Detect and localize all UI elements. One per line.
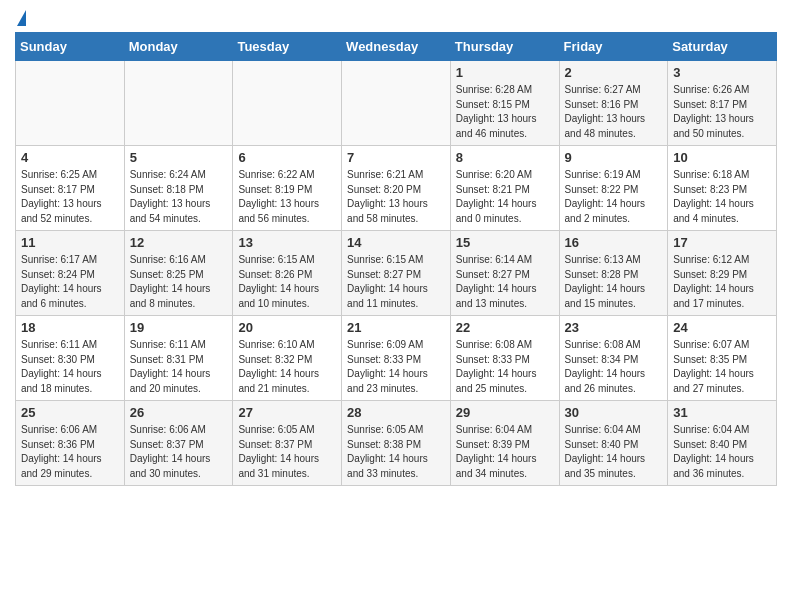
day-info-text: Sunset: 8:27 PM <box>456 268 554 283</box>
calendar-cell <box>342 61 451 146</box>
day-info-text: Sunrise: 6:15 AM <box>347 253 445 268</box>
calendar-cell: 12Sunrise: 6:16 AMSunset: 8:25 PMDayligh… <box>124 231 233 316</box>
day-info-text: Sunrise: 6:13 AM <box>565 253 663 268</box>
calendar-cell: 8Sunrise: 6:20 AMSunset: 8:21 PMDaylight… <box>450 146 559 231</box>
day-number: 19 <box>130 320 228 335</box>
day-info-text: Daylight: 14 hours <box>238 282 336 297</box>
day-number: 29 <box>456 405 554 420</box>
calendar-cell: 31Sunrise: 6:04 AMSunset: 8:40 PMDayligh… <box>668 401 777 486</box>
day-info-text: Daylight: 13 hours <box>456 112 554 127</box>
calendar-week-row: 4Sunrise: 6:25 AMSunset: 8:17 PMDaylight… <box>16 146 777 231</box>
day-number: 25 <box>21 405 119 420</box>
calendar-cell: 26Sunrise: 6:06 AMSunset: 8:37 PMDayligh… <box>124 401 233 486</box>
day-info-text: Sunrise: 6:04 AM <box>565 423 663 438</box>
day-info-text: Sunrise: 6:11 AM <box>21 338 119 353</box>
calendar-cell: 25Sunrise: 6:06 AMSunset: 8:36 PMDayligh… <box>16 401 125 486</box>
day-info-text: Sunset: 8:25 PM <box>130 268 228 283</box>
day-info-text: Sunset: 8:37 PM <box>238 438 336 453</box>
day-info-text: Sunrise: 6:12 AM <box>673 253 771 268</box>
day-info-text: Sunrise: 6:22 AM <box>238 168 336 183</box>
day-info-text: and 10 minutes. <box>238 297 336 312</box>
day-number: 4 <box>21 150 119 165</box>
day-info-text: Sunrise: 6:17 AM <box>21 253 119 268</box>
day-info-text: Daylight: 14 hours <box>130 367 228 382</box>
day-info-text: Sunset: 8:17 PM <box>673 98 771 113</box>
calendar-day-header: Wednesday <box>342 33 451 61</box>
day-info-text: Sunrise: 6:24 AM <box>130 168 228 183</box>
calendar-cell: 18Sunrise: 6:11 AMSunset: 8:30 PMDayligh… <box>16 316 125 401</box>
calendar-cell: 28Sunrise: 6:05 AMSunset: 8:38 PMDayligh… <box>342 401 451 486</box>
logo <box>15 10 26 24</box>
day-info-text: and 56 minutes. <box>238 212 336 227</box>
day-info-text: Sunrise: 6:21 AM <box>347 168 445 183</box>
day-info-text: and 0 minutes. <box>456 212 554 227</box>
day-info-text: Sunrise: 6:08 AM <box>565 338 663 353</box>
day-number: 5 <box>130 150 228 165</box>
day-info-text: Sunrise: 6:20 AM <box>456 168 554 183</box>
day-info-text: and 29 minutes. <box>21 467 119 482</box>
day-info-text: Sunrise: 6:06 AM <box>21 423 119 438</box>
day-info-text: and 13 minutes. <box>456 297 554 312</box>
day-info-text: Sunrise: 6:05 AM <box>238 423 336 438</box>
calendar-cell: 20Sunrise: 6:10 AMSunset: 8:32 PMDayligh… <box>233 316 342 401</box>
day-info-text: and 25 minutes. <box>456 382 554 397</box>
day-info-text: and 52 minutes. <box>21 212 119 227</box>
day-info-text: Sunset: 8:22 PM <box>565 183 663 198</box>
calendar-cell: 5Sunrise: 6:24 AMSunset: 8:18 PMDaylight… <box>124 146 233 231</box>
calendar-week-row: 25Sunrise: 6:06 AMSunset: 8:36 PMDayligh… <box>16 401 777 486</box>
day-info-text: Sunrise: 6:08 AM <box>456 338 554 353</box>
calendar-cell: 27Sunrise: 6:05 AMSunset: 8:37 PMDayligh… <box>233 401 342 486</box>
calendar-cell: 6Sunrise: 6:22 AMSunset: 8:19 PMDaylight… <box>233 146 342 231</box>
day-info-text: and 58 minutes. <box>347 212 445 227</box>
day-info-text: Sunset: 8:27 PM <box>347 268 445 283</box>
day-info-text: and 6 minutes. <box>21 297 119 312</box>
day-info-text: Sunrise: 6:04 AM <box>673 423 771 438</box>
day-info-text: Daylight: 13 hours <box>21 197 119 212</box>
day-info-text: Daylight: 14 hours <box>565 282 663 297</box>
day-info-text: Sunrise: 6:15 AM <box>238 253 336 268</box>
calendar-cell: 17Sunrise: 6:12 AMSunset: 8:29 PMDayligh… <box>668 231 777 316</box>
day-info-text: Sunset: 8:17 PM <box>21 183 119 198</box>
calendar-cell: 30Sunrise: 6:04 AMSunset: 8:40 PMDayligh… <box>559 401 668 486</box>
day-number: 17 <box>673 235 771 250</box>
day-info-text: Daylight: 14 hours <box>456 452 554 467</box>
calendar-week-row: 1Sunrise: 6:28 AMSunset: 8:15 PMDaylight… <box>16 61 777 146</box>
logo-triangle-icon <box>17 10 26 26</box>
day-info-text: Daylight: 14 hours <box>456 367 554 382</box>
day-info-text: and 36 minutes. <box>673 467 771 482</box>
day-info-text: Daylight: 14 hours <box>673 197 771 212</box>
day-info-text: and 17 minutes. <box>673 297 771 312</box>
calendar-cell: 16Sunrise: 6:13 AMSunset: 8:28 PMDayligh… <box>559 231 668 316</box>
day-info-text: Sunrise: 6:28 AM <box>456 83 554 98</box>
day-info-text: Sunset: 8:24 PM <box>21 268 119 283</box>
day-number: 12 <box>130 235 228 250</box>
calendar-cell: 3Sunrise: 6:26 AMSunset: 8:17 PMDaylight… <box>668 61 777 146</box>
day-info-text: and 30 minutes. <box>130 467 228 482</box>
day-info-text: Sunset: 8:15 PM <box>456 98 554 113</box>
day-number: 13 <box>238 235 336 250</box>
calendar-week-row: 18Sunrise: 6:11 AMSunset: 8:30 PMDayligh… <box>16 316 777 401</box>
calendar-day-header: Friday <box>559 33 668 61</box>
day-info-text: Sunset: 8:38 PM <box>347 438 445 453</box>
day-number: 23 <box>565 320 663 335</box>
day-number: 6 <box>238 150 336 165</box>
day-info-text: Sunrise: 6:05 AM <box>347 423 445 438</box>
calendar-day-header: Thursday <box>450 33 559 61</box>
day-number: 3 <box>673 65 771 80</box>
day-number: 8 <box>456 150 554 165</box>
calendar-day-header: Tuesday <box>233 33 342 61</box>
page-header <box>15 10 777 24</box>
calendar-week-row: 11Sunrise: 6:17 AMSunset: 8:24 PMDayligh… <box>16 231 777 316</box>
day-info-text: Daylight: 13 hours <box>130 197 228 212</box>
day-number: 10 <box>673 150 771 165</box>
calendar-cell <box>16 61 125 146</box>
calendar-header-row: SundayMondayTuesdayWednesdayThursdayFrid… <box>16 33 777 61</box>
calendar-cell: 11Sunrise: 6:17 AMSunset: 8:24 PMDayligh… <box>16 231 125 316</box>
day-info-text: Daylight: 13 hours <box>238 197 336 212</box>
day-info-text: and 26 minutes. <box>565 382 663 397</box>
day-info-text: Sunset: 8:36 PM <box>21 438 119 453</box>
day-info-text: Sunrise: 6:07 AM <box>673 338 771 353</box>
day-info-text: Sunset: 8:39 PM <box>456 438 554 453</box>
day-info-text: and 23 minutes. <box>347 382 445 397</box>
day-info-text: Daylight: 14 hours <box>238 367 336 382</box>
